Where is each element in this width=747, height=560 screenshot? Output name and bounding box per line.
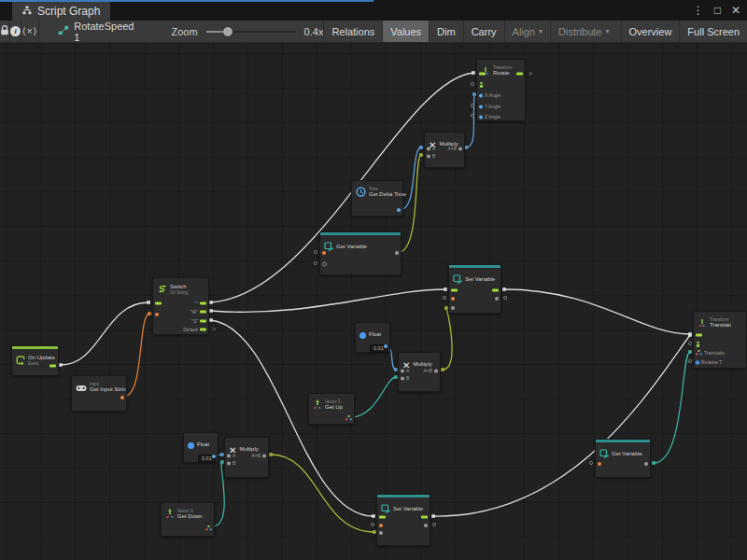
port-yangle[interactable]: Y Angle <box>479 105 500 109</box>
node-title: Multiply <box>239 446 258 453</box>
port-flow[interactable] <box>479 73 486 76</box>
port-flow[interactable] <box>379 516 386 519</box>
node-get-input-string[interactable]: InputGet Input Strin <box>71 375 127 412</box>
port-vec[interactable] <box>205 525 212 531</box>
port-w[interactable]: "W" <box>190 310 206 315</box>
port-circ[interactable] <box>322 262 327 267</box>
port-flow[interactable] <box>696 334 702 337</box>
vector3-icon <box>165 506 175 523</box>
maximize-icon[interactable]: □ <box>714 4 721 17</box>
toolbar-button-relations[interactable]: Relations <box>323 21 382 42</box>
node-subtitle: On String <box>170 290 188 295</box>
node-title: Get Variable <box>612 451 642 457</box>
info-button[interactable]: i <box>10 21 21 42</box>
variable-icon <box>381 500 390 517</box>
toolbar-button-carry[interactable]: Carry <box>463 21 504 42</box>
node-translate[interactable]: TransformTranslatiTranslatioRelative T <box>693 311 747 369</box>
port-flow[interactable] <box>451 289 458 292</box>
graph-canvas[interactable] <box>0 43 747 560</box>
graph-node-icon <box>58 25 69 37</box>
dropdown-arrow-icon: ▾ <box>606 27 610 35</box>
node-multiply-bottom[interactable]: ✕MultiplyAA×BB <box>224 437 269 478</box>
zoom-slider[interactable] <box>206 31 296 33</box>
port-dot[interactable] <box>212 455 216 458</box>
port-vec[interactable] <box>345 415 352 421</box>
node-get-up[interactable]: Vector 3Get Up <box>308 393 355 425</box>
lock-button[interactable] <box>0 21 10 42</box>
port-flow[interactable] <box>492 289 499 292</box>
node-get-variable-br[interactable]: Get Variable <box>595 439 651 478</box>
node-header: Get Variable <box>596 442 650 463</box>
node-float-mid[interactable]: Float0.01 <box>355 322 390 353</box>
port-dot[interactable] <box>395 251 399 255</box>
port-flow[interactable] <box>49 365 56 368</box>
port-ab[interactable]: A×B <box>251 454 266 458</box>
window-menu-icon[interactable]: ⋮ <box>693 4 704 17</box>
port-dot[interactable] <box>379 524 383 527</box>
port-dot[interactable] <box>451 306 455 310</box>
port-flow[interactable] <box>421 516 428 519</box>
zoom-label: Zoom <box>171 26 197 37</box>
toolbar-button-full-screen[interactable]: Full Screen <box>679 21 747 42</box>
port-dot[interactable] <box>598 462 601 466</box>
port-dot[interactable] <box>397 208 401 212</box>
node-header: TransformRotate <box>477 60 525 80</box>
port-dot[interactable] <box>379 531 383 535</box>
port-translatio[interactable]: Translatio <box>696 350 725 356</box>
port-ab[interactable]: A×B <box>423 369 438 373</box>
toolbar-button-dim[interactable]: Dim <box>429 21 463 42</box>
toolbar-button-overview[interactable]: Overview <box>621 21 680 42</box>
port-b[interactable]: B <box>401 376 409 381</box>
port-figure[interactable] <box>479 82 484 89</box>
float-icon <box>359 326 366 343</box>
dropdown-arrow-icon: ▾ <box>539 27 543 35</box>
node-multiply-mid[interactable]: ✕MultiplyAA×BB <box>398 352 441 392</box>
port-a[interactable]: A <box>401 369 409 373</box>
node-on-update[interactable]: On UpdateEvent <box>11 345 59 376</box>
fit-icon: ⟨×⟩ <box>22 26 38 36</box>
node-multiply-top[interactable]: ✕MultiplyAA×BB <box>424 132 465 168</box>
node-title: Get Down <box>177 513 203 520</box>
node-get-delta-time[interactable]: TimeGet Delta Time <box>351 180 403 217</box>
switch-icon <box>157 281 167 298</box>
node-title: Switch <box>170 284 188 290</box>
close-icon[interactable]: ✕ <box>731 4 740 17</box>
zoom-to-fit-button[interactable]: ⟨×⟩ <box>21 21 39 42</box>
port-figure[interactable] <box>696 342 700 348</box>
node-title: On Update <box>28 355 55 361</box>
node-set-variable-bottom[interactable]: Set Variable <box>376 494 430 546</box>
port-dot[interactable] <box>424 524 428 527</box>
port-a[interactable]: A <box>227 454 235 458</box>
port-flow[interactable] <box>155 302 162 305</box>
toolbar-button-values[interactable]: Values <box>382 21 429 42</box>
zoom-slider-thumb[interactable] <box>223 27 233 36</box>
port-ab[interactable]: A×B <box>447 147 462 151</box>
port-flow[interactable] <box>516 73 523 76</box>
port-a[interactable]: A <box>427 147 435 151</box>
port-b[interactable]: B <box>427 154 435 159</box>
node-header: Float <box>184 433 218 454</box>
port-dot[interactable] <box>451 297 455 301</box>
port-xangle[interactable]: X Angle <box>479 93 500 98</box>
port-default[interactable]: Default <box>183 328 206 332</box>
port-b[interactable]: B <box>227 461 235 466</box>
node-get-down[interactable]: Vector 3Get Down <box>161 502 215 537</box>
port-dot[interactable] <box>120 396 124 399</box>
port-dot[interactable] <box>155 313 159 316</box>
port-relativet[interactable]: Relative T <box>696 360 722 365</box>
port-zangle[interactable]: Z Angle <box>479 115 500 119</box>
port-dot[interactable] <box>644 462 648 466</box>
node-float-bottom[interactable]: Float0.01 <box>183 432 218 463</box>
port-dot[interactable] <box>495 297 499 301</box>
node-title: Float <box>197 441 209 448</box>
port-s[interactable]: "S" <box>191 319 206 324</box>
node-set-variable-mid[interactable]: Set Variable <box>448 264 501 314</box>
node-rotate[interactable]: TransformRotateX AngleY AngleZ Angle <box>476 59 526 121</box>
node-get-variable-top[interactable]: Get Variable <box>319 231 402 275</box>
port-dot[interactable] <box>322 251 326 255</box>
port-[interactable]: "" <box>194 301 206 306</box>
tab-script-graph[interactable]: Script Graph <box>12 2 110 21</box>
node-header: Vector 3Get Up <box>309 394 354 414</box>
port-dot[interactable] <box>384 344 388 348</box>
node-switch[interactable]: SwitchOn String"""W""S"Default <box>152 277 209 335</box>
